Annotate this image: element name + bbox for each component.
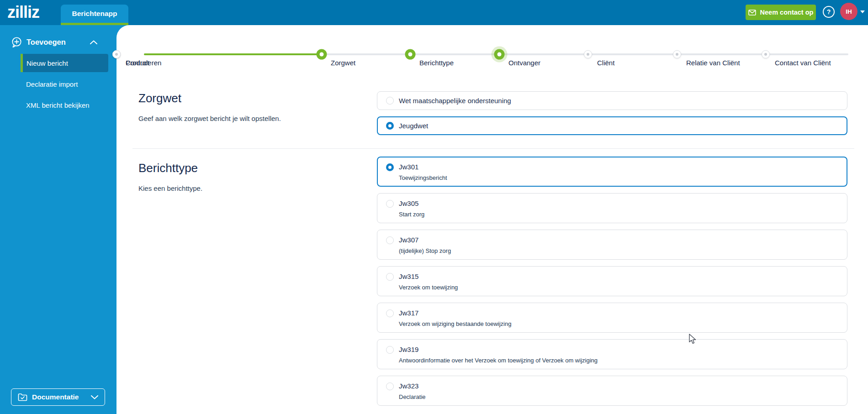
avatar[interactable]: IH	[840, 3, 857, 20]
section-divider	[132, 148, 854, 149]
radio-button[interactable]	[386, 273, 394, 281]
radio-button[interactable]	[386, 236, 394, 244]
sidebar-item-declaratie-import[interactable]: Declaratie import	[21, 75, 108, 93]
step-label: Contact van Cliënt	[775, 59, 831, 67]
radio-button[interactable]	[386, 97, 394, 105]
section-description: Kies een berichttype.	[138, 184, 377, 192]
section-title: Berichttype	[138, 161, 377, 175]
chevron-down-icon	[91, 395, 98, 399]
avatar-initials: IH	[846, 8, 852, 15]
option-label: Jw317	[399, 309, 511, 318]
option-label: Jw315	[399, 272, 458, 281]
envelope-icon	[748, 10, 756, 16]
step-label: Zorgwet	[331, 59, 355, 67]
step-dot-current	[494, 49, 505, 60]
option-label: Jeugdwet	[399, 121, 428, 131]
documentation-button[interactable]: Documentatie	[11, 388, 105, 406]
option-jw317[interactable]: Jw317 Verzoek om wijziging bestaande toe…	[377, 303, 847, 333]
radio-button[interactable]	[386, 200, 394, 208]
option-wmo[interactable]: Wet maatschappelijke ondersteuning	[377, 91, 847, 110]
help-icon[interactable]: ?	[823, 6, 835, 18]
sidebar-item-label: Nieuw bericht	[26, 59, 68, 67]
wizard-stepper: Zorgwet Berichttype Ontvanger Cliënt Rel…	[116, 25, 868, 78]
main-content: Zorgwet Berichttype Ontvanger Cliënt Rel…	[116, 25, 868, 414]
documentation-label: Documentatie	[32, 393, 79, 401]
option-label: Jw319	[399, 345, 598, 354]
option-label: Jw307	[399, 236, 451, 245]
radio-button[interactable]	[386, 383, 394, 390]
sidebar-item-xml-bericht-bekijken[interactable]: XML bericht bekijken	[21, 96, 108, 114]
option-jw319[interactable]: Jw319 Antwoordinformatie over het Verzoe…	[377, 339, 847, 369]
sidebar-item-label: XML bericht bekijken	[26, 101, 90, 109]
option-sublabel: Declaratie	[399, 393, 426, 400]
section-description: Geef aan welk zorgwet bericht je wilt op…	[138, 115, 377, 122]
option-jeugdwet[interactable]: Jeugdwet	[377, 116, 847, 135]
radio-button-selected[interactable]	[386, 163, 394, 171]
step-label: Cliënt	[597, 59, 614, 67]
stepper-progress	[144, 53, 322, 55]
contact-button-label: Neem contact op	[760, 9, 814, 16]
folder-check-icon	[18, 393, 27, 401]
step-label: Berichttype	[419, 59, 454, 67]
option-jw301[interactable]: Jw301 Toewijzingsbericht	[377, 157, 847, 187]
option-sublabel: Verzoek om wijziging bestaande toewijzin…	[399, 320, 511, 327]
section-berichttype-info: Berichttype Kies een berichttype.	[138, 157, 377, 406]
radio-button[interactable]	[386, 309, 394, 317]
step-dot-complete	[317, 49, 327, 60]
option-jw307[interactable]: Jw307 (tijdelijke) Stop zorg	[377, 230, 847, 260]
contact-button[interactable]: Neem contact op	[746, 5, 816, 20]
step-label: Ontvanger	[508, 59, 540, 67]
step-dot-complete	[405, 49, 416, 60]
option-jw323[interactable]: Jw323 Declaratie	[377, 376, 847, 406]
sidebar: Toevoegen Nieuw bericht Declaratie impor…	[0, 25, 116, 414]
section-zorgwet-info: Zorgwet Geef aan welk zorgwet bericht je…	[138, 91, 377, 135]
sidebar-item-nieuw-bericht[interactable]: Nieuw bericht	[21, 54, 108, 72]
sidebar-nav: Nieuw bericht Declaratie import XML beri…	[0, 54, 116, 117]
option-sublabel: Verzoek om toewijzing	[399, 284, 458, 291]
top-bar: zilliz Berichtenapp Neem contact op ? IH	[0, 0, 868, 25]
radio-button-selected[interactable]	[386, 122, 394, 130]
option-label: Jw323	[399, 382, 426, 391]
plus-bubble-icon	[11, 37, 22, 48]
tab-berichtenapp[interactable]: Berichtenapp	[61, 5, 128, 25]
step-label: Controleren	[126, 59, 161, 67]
option-sublabel: (tijdelijke) Stop zorg	[399, 247, 451, 254]
section-berichttype: Berichttype Kies een berichttype. Jw301 …	[138, 157, 847, 406]
step-dot-future	[673, 50, 681, 58]
option-sublabel: Start zorg	[399, 211, 424, 218]
step-dot-future	[584, 50, 592, 58]
step-dot-future	[762, 50, 770, 58]
chevron-up-icon	[90, 40, 97, 44]
step-label: Relatie van Cliënt	[686, 59, 740, 67]
option-sublabel: Antwoordinformatie over het Verzoek om t…	[399, 357, 598, 364]
sidebar-item-label: Declaratie import	[26, 80, 78, 88]
section-zorgwet: Zorgwet Geef aan welk zorgwet bericht je…	[138, 91, 847, 135]
zorgwet-options: Wet maatschappelijke ondersteuning Jeugd…	[377, 91, 847, 135]
option-label: Wet maatschappelijke ondersteuning	[399, 96, 511, 105]
sidebar-group-label: Toevoegen	[26, 38, 66, 47]
caret-down-icon[interactable]	[860, 10, 865, 13]
option-jw305[interactable]: Jw305 Start zorg	[377, 193, 847, 223]
radio-button[interactable]	[386, 346, 394, 354]
zilliz-logo[interactable]: zilliz	[7, 1, 39, 24]
option-label: Jw301	[399, 162, 447, 172]
step-dot-future	[112, 50, 121, 58]
option-jw315[interactable]: Jw315 Verzoek om toewijzing	[377, 266, 847, 296]
option-sublabel: Toewijzingsbericht	[399, 174, 447, 181]
sidebar-group-toevoegen[interactable]: Toevoegen	[0, 35, 116, 49]
option-label: Jw305	[399, 199, 424, 208]
tab-label: Berichtenapp	[72, 10, 117, 18]
berichttype-options: Jw301 Toewijzingsbericht Jw305 Start zor…	[377, 157, 847, 406]
section-title: Zorgwet	[138, 91, 377, 105]
